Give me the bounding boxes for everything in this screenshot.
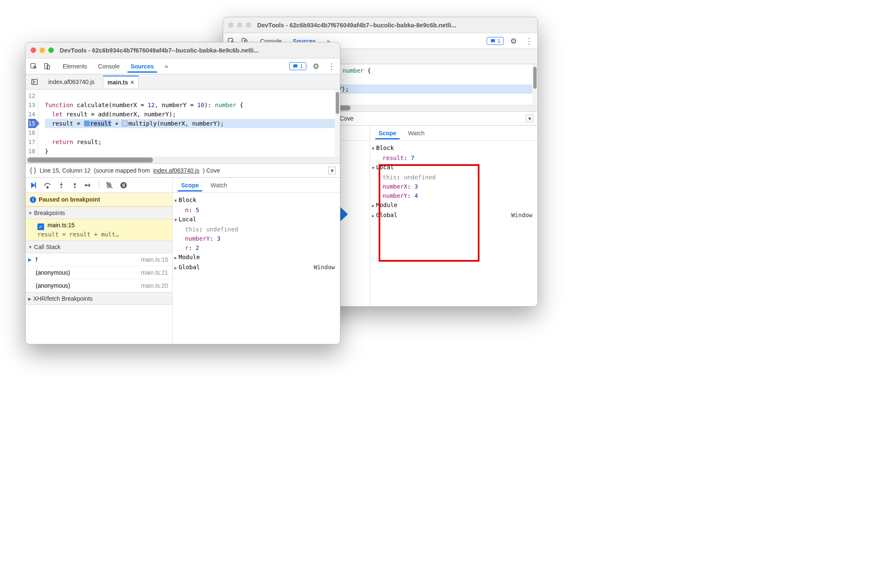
scope-tree[interactable]: ▼Block n: 5▼Local this: undefined number… — [173, 193, 340, 344]
step-icon[interactable] — [84, 181, 93, 189]
close-light[interactable] — [228, 22, 234, 28]
zoom-light[interactable] — [246, 22, 251, 28]
step-over-icon[interactable] — [43, 181, 52, 189]
deactivate-bp-icon[interactable] — [105, 181, 113, 189]
gear-icon[interactable]: ⚙ — [508, 37, 519, 46]
status-mapped-file[interactable]: index.af063740.js — [153, 167, 200, 174]
kebab-icon[interactable]: ⋮ — [523, 37, 535, 46]
debugger-controls — [26, 178, 172, 193]
traffic-lights[interactable] — [228, 22, 251, 28]
highlight-box — [379, 164, 479, 262]
traffic-lights[interactable] — [31, 47, 54, 53]
callstack-row[interactable]: fmain.ts:15 — [26, 253, 172, 266]
code-lines[interactable]: function calculate(numberX = 12, numberY… — [38, 89, 340, 157]
section-label: Call Stack — [34, 244, 61, 250]
section-label: Breakpoints — [34, 210, 65, 216]
breakpoint-row[interactable]: ✓main.ts:15 result = result + mult… — [26, 219, 172, 241]
step-into-icon[interactable] — [58, 181, 65, 189]
scope-group[interactable]: ▼Block — [174, 195, 338, 205]
expand-icon[interactable]: ▾ — [328, 167, 336, 174]
vscroll[interactable] — [532, 64, 537, 105]
scope-var[interactable]: n: 5 — [174, 205, 338, 215]
close-light[interactable] — [31, 47, 36, 53]
scope-var[interactable]: numberY: 3 — [174, 234, 338, 243]
titlebar[interactable]: DevTools - 62c6b934c4b7f676049af4b7--buc… — [26, 42, 340, 58]
window-title: DevTools - 62c6b934c4b7f676049af4b7--buc… — [60, 47, 259, 54]
minimize-light[interactable] — [40, 47, 45, 53]
scope-group[interactable]: ▶GlobalWindow — [174, 262, 338, 273]
debugger-panels: iPaused on breakpoint ▼Breakpoints ✓main… — [26, 178, 340, 344]
scope-var[interactable]: result: 7 — [372, 153, 536, 163]
section-breakpoints[interactable]: ▼Breakpoints — [26, 207, 172, 219]
scope-var[interactable]: r: 2 — [174, 243, 338, 252]
msg-count: 1 — [498, 38, 500, 44]
panel-tabs: Elements Console Sources » — [58, 60, 173, 72]
svg-point-16 — [47, 186, 48, 188]
line-gutter[interactable]: 12131415161718 — [26, 89, 38, 157]
message-badge[interactable]: 1 — [487, 37, 504, 45]
code-editor[interactable]: 12131415161718 function calculate(number… — [26, 89, 340, 157]
callstack-row[interactable]: (anonymous)main.ts:21 — [26, 266, 172, 279]
scope-tab-watch[interactable]: Watch — [205, 179, 232, 191]
status-mapped-suffix: ) Cove — [203, 167, 220, 174]
info-icon: i — [30, 197, 36, 203]
expand-icon[interactable]: ▾ — [526, 115, 533, 122]
file-nav-icon[interactable] — [29, 76, 40, 87]
paused-banner: iPaused on breakpoint — [26, 193, 172, 207]
svg-point-20 — [121, 182, 127, 188]
section-label: XHR/fetch Breakpoints — [33, 295, 93, 302]
scope-group[interactable]: ▶Module — [174, 252, 338, 262]
scope-tab-scope[interactable]: Scope — [176, 179, 204, 191]
close-icon[interactable]: × — [131, 79, 134, 86]
status-line-col: Line 15, Column 12 — [40, 167, 90, 174]
hscroll[interactable] — [26, 157, 340, 163]
resume-icon[interactable] — [29, 181, 37, 189]
format-icon[interactable]: { } — [30, 167, 36, 174]
scope-tabs: Scope Watch — [370, 126, 537, 141]
scope-var[interactable]: this: undefined — [174, 225, 338, 234]
statusbar: { } Line 15, Column 12 (source mapped fr… — [26, 163, 340, 178]
tab-sources[interactable]: Sources — [126, 60, 159, 72]
status-mapped-prefix: (source mapped from — [94, 167, 150, 174]
section-callstack[interactable]: ▼Call Stack — [26, 241, 172, 253]
pause-exceptions-icon[interactable] — [119, 181, 128, 189]
svg-point-19 — [85, 184, 87, 186]
scope-group[interactable]: ▼Local — [174, 215, 338, 225]
file-tab-index-js[interactable]: index.af063740.js — [44, 76, 99, 88]
scope-tabs: Scope Watch — [173, 178, 340, 193]
scope-tab-watch[interactable]: Watch — [403, 127, 429, 139]
step-out-icon[interactable] — [71, 181, 79, 189]
file-tabbar: index.af063740.js main.ts× — [26, 74, 340, 89]
tab-console[interactable]: Console — [93, 60, 124, 72]
gear-icon[interactable]: ⚙ — [311, 62, 321, 71]
right-panel: Scope Watch ▼Block n: 5▼Local this: unde… — [173, 178, 340, 344]
svg-rect-21 — [123, 183, 124, 186]
svg-point-17 — [61, 186, 62, 188]
tab-more[interactable]: » — [160, 60, 173, 72]
tab-elements[interactable]: Elements — [58, 60, 92, 72]
minimize-light[interactable] — [237, 22, 242, 28]
scope-group[interactable]: ▼Block — [372, 143, 536, 153]
bp-file: main.ts:15 — [47, 222, 75, 228]
kebab-icon[interactable]: ⋮ — [326, 62, 337, 71]
bp-snippet: result = result + mult… — [37, 231, 168, 238]
inspect-icon[interactable] — [28, 61, 39, 72]
svg-rect-15 — [35, 182, 36, 188]
scope-tab-scope[interactable]: Scope — [374, 127, 401, 139]
message-badge[interactable]: 1 — [289, 62, 306, 70]
paused-text: Paused on breakpoint — [39, 196, 100, 203]
file-tab-main-ts[interactable]: main.ts× — [103, 76, 139, 88]
zoom-light[interactable] — [48, 47, 54, 53]
titlebar[interactable]: DevTools - 62c6b934c4b7f676049af4b7--buc… — [223, 17, 537, 33]
msg-count: 1 — [300, 63, 303, 69]
callstack-row[interactable]: (anonymous)main.ts:20 — [26, 279, 172, 292]
file-tab-label: main.ts — [108, 79, 128, 86]
left-panel: iPaused on breakpoint ▼Breakpoints ✓main… — [26, 178, 173, 344]
window-title: DevTools - 62c6b934c4b7f676049af4b7--buc… — [257, 22, 456, 29]
device-icon[interactable] — [42, 61, 53, 72]
section-xhr[interactable]: ▶XHR/fetch Breakpoints — [26, 292, 172, 305]
svg-rect-22 — [124, 183, 125, 186]
checkbox-icon[interactable]: ✓ — [37, 223, 44, 230]
svg-point-18 — [74, 186, 75, 188]
vscroll[interactable] — [335, 89, 340, 157]
